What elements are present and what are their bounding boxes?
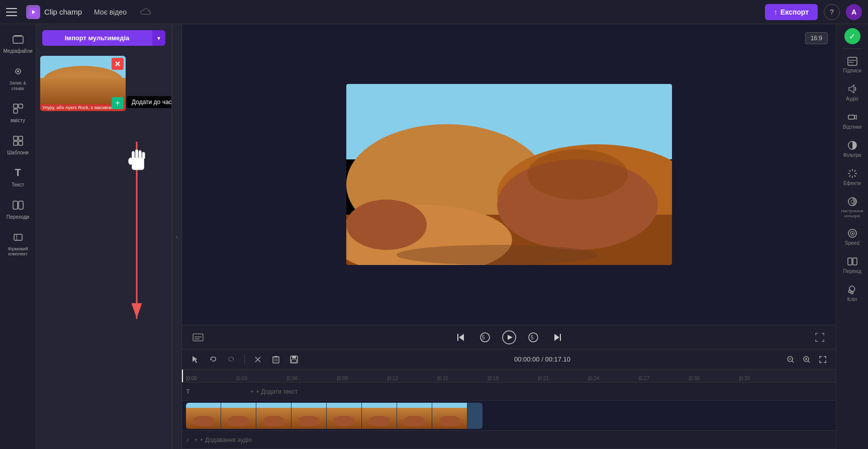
subtitle-toggle-button[interactable] — [190, 329, 206, 345]
import-media-button[interactable]: Імпорт мультимедіа — [42, 30, 152, 46]
zoom-out-button[interactable] — [784, 352, 798, 367]
delete-media-button[interactable] — [112, 58, 124, 70]
film-frame-2 — [221, 403, 256, 429]
svg-rect-29 — [139, 150, 141, 159]
film-frame-6 — [362, 403, 397, 429]
svg-marker-51 — [508, 335, 513, 340]
svg-rect-96 — [853, 258, 857, 265]
help-button[interactable]: ? — [824, 4, 840, 20]
zoom-in-button[interactable] — [800, 352, 814, 367]
sidebar-transitions-label: Переходи — [7, 214, 29, 220]
timeline-redo-button[interactable] — [224, 352, 238, 367]
svg-rect-12 — [19, 141, 23, 145]
hamburger-menu[interactable] — [6, 5, 20, 19]
templates-icon — [11, 134, 25, 148]
fullscreen-button[interactable] — [812, 329, 828, 345]
timeline-cut-button[interactable] — [251, 352, 265, 367]
sidebar-item-effects[interactable]: Ефекти — [838, 164, 867, 191]
svg-rect-15 — [14, 234, 22, 240]
timeline-fit-button[interactable] — [816, 352, 830, 367]
timeline-save-button[interactable] — [287, 352, 301, 367]
svg-rect-30 — [142, 152, 145, 159]
skip-forward-button[interactable] — [549, 329, 565, 345]
svg-rect-3 — [14, 35, 22, 36]
add-to-timeline-tooltip: Додати до часової шкали — [127, 96, 171, 108]
svg-point-31 — [129, 158, 133, 165]
cursor-hand-icon — [124, 145, 154, 175]
sidebar-templates-label: Шаблони — [7, 150, 29, 156]
sidebar-item-video[interactable]: Відтінки — [838, 108, 867, 134]
svg-point-91 — [851, 200, 854, 203]
sidebar-item-transitions[interactable]: Переходи — [2, 194, 34, 224]
svg-marker-80 — [854, 115, 856, 119]
svg-marker-47 — [459, 334, 464, 341]
cloud-icon — [139, 5, 153, 19]
svg-point-19 — [43, 66, 123, 96]
aspect-ratio-badge[interactable]: 16:9 — [805, 32, 828, 44]
logo-icon — [26, 5, 40, 19]
add-to-timeline-button[interactable]: + — [112, 97, 124, 109]
timeline-area: 00:00:00 / 00:17.10 |0:00 — [182, 349, 836, 449]
svg-marker-55 — [554, 334, 559, 341]
transition-label: Перехід — [843, 268, 861, 275]
sidebar-item-transition[interactable]: Перехід — [838, 252, 867, 279]
svg-line-86 — [849, 170, 850, 172]
video-label: Відтінки — [843, 124, 861, 130]
add-text-button[interactable]: + + Додати текст — [250, 388, 298, 395]
sidebar-item-templates[interactable]: Шаблони — [2, 130, 34, 160]
user-avatar[interactable]: A — [846, 4, 862, 20]
center-area: 16:9 5 5 — [182, 24, 836, 449]
sidebar-item-record[interactable]: Запис & create — [2, 60, 34, 96]
svg-point-98 — [850, 292, 853, 294]
fast-forward-button[interactable]: 5 — [525, 329, 541, 345]
timeline-select-tool[interactable] — [188, 352, 202, 367]
timeline-undo-button[interactable] — [206, 352, 220, 367]
sidebar-item-speed[interactable]: Speed — [838, 224, 867, 250]
effects-label: Ефекти — [843, 181, 861, 187]
media-panel-header: Імпорт мультимедіа ▾ — [36, 24, 171, 52]
sidebar-item-filters[interactable]: Фільтри — [838, 136, 867, 162]
color-grading-icon — [847, 197, 857, 207]
sidebar-item-content[interactable]: вмісту — [2, 98, 34, 128]
panel-collapse-button[interactable]: ‹ — [172, 24, 182, 449]
export-button[interactable]: ↑ Експорт — [765, 4, 818, 20]
rewind-button[interactable]: 5 — [477, 329, 493, 345]
svg-marker-57 — [211, 358, 212, 361]
add-audio-button[interactable]: + + Додавання аудіо — [195, 436, 252, 443]
brand-icon — [11, 230, 25, 244]
skip-back-button[interactable] — [453, 329, 469, 345]
sidebar-item-text[interactable]: T Текст — [2, 162, 34, 192]
sidebar-item-color-grading[interactable]: Настроєння кольорів — [838, 193, 867, 222]
sidebar-item-media[interactable]: Медіафайли — [2, 28, 34, 58]
import-media-dropdown[interactable]: ▾ — [152, 30, 165, 46]
sidebar-item-brand[interactable]: Фірмовий комплект — [2, 226, 34, 261]
timeline-ruler: |0:00 |0:03 |0:06 |0:09 |0:12 |0:15 |0:1… — [182, 370, 836, 383]
text-track: T + + Додати текст — [182, 383, 836, 401]
audio-track: ♪ + + Додавання аудіо — [182, 431, 836, 449]
sidebar-item-subtitles[interactable]: Підписи — [838, 53, 867, 78]
film-frame-5 — [327, 403, 362, 429]
timeline-time-display: 00:00:00 / 00:17.10 — [305, 355, 780, 363]
speed-icon — [847, 228, 857, 238]
preview-video — [346, 84, 672, 265]
timeline-delete-button[interactable] — [269, 352, 283, 367]
confirm-button[interactable]: ✓ — [844, 28, 860, 44]
sidebar-item-clip[interactable]: Кліп — [838, 281, 867, 307]
svg-rect-10 — [19, 136, 23, 140]
video-clip[interactable] — [186, 403, 483, 429]
sidebar-item-audio[interactable]: Аудіо — [838, 80, 867, 106]
transitions-icon — [11, 198, 25, 212]
film-frame-3 — [256, 403, 292, 429]
svg-rect-27 — [132, 151, 134, 160]
filters-label: Фільтри — [843, 152, 861, 158]
video-clip-frames — [186, 403, 483, 429]
media-thumbnail-item[interactable]: Улуру, або Ayers Rock, є масивним... + — [40, 56, 126, 111]
play-pause-button[interactable] — [501, 329, 517, 345]
audio-icon — [847, 84, 857, 94]
subtitles-icon — [847, 57, 857, 66]
sidebar-media-label: Медіафайли — [3, 48, 32, 54]
video-tone-icon — [847, 112, 857, 122]
my-video-btn[interactable]: Моє відео — [88, 5, 133, 19]
svg-rect-61 — [273, 357, 279, 363]
sidebar-brand-label: Фірмовий комплект — [4, 246, 32, 257]
